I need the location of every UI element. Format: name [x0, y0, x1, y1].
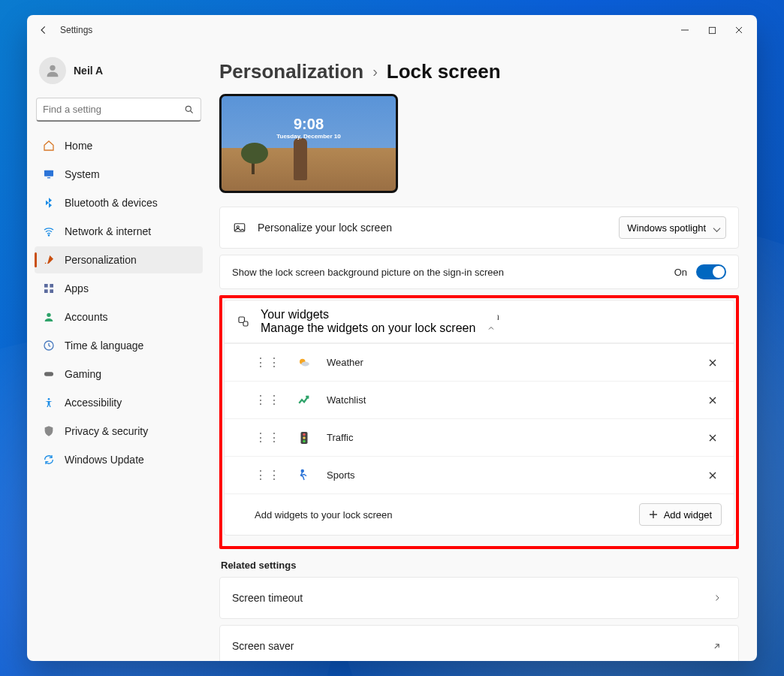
remove-widget-button[interactable] [704, 391, 722, 409]
drag-handle-icon[interactable]: ⋮⋮ [255, 430, 282, 445]
app-title: Settings [60, 25, 92, 35]
nav-network[interactable]: Network & internet [35, 218, 203, 245]
annotation-highlight: Your widgets Manage the widgets on your … [219, 295, 739, 549]
chevron-right-icon: › [372, 63, 378, 80]
clock-icon [42, 339, 56, 352]
chevron-right-icon [713, 593, 726, 602]
nav-home[interactable]: Home [35, 132, 203, 159]
row-text: Show the lock screen background picture … [232, 267, 504, 278]
minimize-button[interactable] [671, 20, 698, 41]
svg-point-19 [301, 361, 309, 366]
widget-name: Sports [327, 469, 355, 481]
nav-time-language[interactable]: Time & language [35, 332, 203, 359]
svg-point-1 [50, 65, 55, 71]
titlebar: Settings [27, 15, 757, 45]
home-icon [42, 139, 56, 152]
remove-widget-button[interactable] [704, 429, 722, 447]
preview-date: Tuesday, December 10 [222, 133, 396, 140]
screen-saver-card[interactable]: Screen saver [219, 625, 739, 661]
preview-clock: 9:08 Tuesday, December 10 [222, 116, 396, 140]
accessibility-icon [42, 396, 56, 409]
screen-timeout-card[interactable]: Screen timeout [219, 577, 739, 619]
svg-point-24 [301, 469, 303, 472]
lockscreen-mode-select[interactable]: Windows spotlight [619, 216, 726, 239]
personalize-lockscreen-card: Personalize your lock screen Windows spo… [219, 207, 739, 249]
breadcrumb-parent[interactable]: Personalization [219, 60, 363, 83]
maximize-button[interactable] [698, 20, 725, 41]
add-widget-button[interactable]: Add widget [639, 503, 722, 526]
widget-sports-row[interactable]: ⋮⋮ Sports [225, 456, 734, 493]
update-icon [42, 453, 56, 466]
widget-weather-row[interactable]: ⋮⋮ Weather [225, 343, 734, 381]
nav-privacy[interactable]: Privacy & security [35, 418, 203, 445]
row-title: Personalize your lock screen [258, 222, 392, 234]
stocks-icon [297, 393, 312, 408]
arrow-left-icon [38, 25, 49, 35]
breadcrumb-current: Lock screen [387, 60, 501, 83]
back-button[interactable] [32, 18, 56, 42]
nav-label: Apps [65, 282, 89, 294]
close-button[interactable] [725, 20, 752, 41]
remove-widget-button[interactable] [704, 354, 722, 372]
sports-icon [297, 468, 312, 483]
nav-apps[interactable]: Apps [35, 275, 203, 302]
nav-label: Network & internet [65, 225, 151, 237]
widget-name: Watchlist [327, 394, 366, 406]
close-icon [708, 433, 717, 442]
drag-handle-icon[interactable]: ⋮⋮ [255, 468, 282, 482]
svg-rect-3 [44, 171, 53, 177]
nav-label: Windows Update [65, 454, 144, 466]
search-icon [184, 104, 194, 115]
nav-accounts[interactable]: Accounts [35, 303, 203, 330]
user-block[interactable]: Neil A [32, 50, 206, 95]
weather-icon [297, 355, 312, 370]
drag-handle-icon[interactable]: ⋮⋮ [255, 355, 282, 370]
user-name: Neil A [74, 65, 103, 77]
svg-point-10 [47, 313, 50, 317]
search-box[interactable] [36, 98, 201, 122]
nav-accessibility[interactable]: Accessibility [35, 389, 203, 416]
close-icon [708, 358, 717, 367]
svg-point-21 [303, 433, 306, 436]
nav-windows-update[interactable]: Windows Update [35, 446, 203, 473]
svg-rect-4 [47, 177, 50, 178]
nav-label: Home [65, 140, 92, 152]
widgets-subtitle: Manage the widgets on your lock screen [261, 321, 475, 335]
drag-handle-icon[interactable]: ⋮⋮ [255, 393, 282, 407]
person-icon [44, 62, 61, 79]
nav-label: Accounts [65, 311, 108, 323]
preview-time: 9:08 [222, 116, 396, 133]
nav-label: Privacy & security [65, 425, 148, 437]
lockscreen-preview[interactable]: 9:08 Tuesday, December 10 [219, 94, 398, 193]
nav-gaming[interactable]: Gaming [35, 361, 203, 388]
widgets-card: Your widgets Manage the widgets on your … [224, 300, 734, 536]
svg-point-13 [48, 398, 50, 400]
row-title: Screen timeout [232, 592, 303, 604]
widgets-title: Your widgets [261, 308, 475, 321]
widget-traffic-row[interactable]: ⋮⋮ Traffic [225, 418, 734, 456]
chevron-up-icon[interactable] [486, 323, 496, 333]
widgets-icon [237, 315, 250, 328]
add-widget-row: Add widgets to your lock screen Add widg… [225, 493, 734, 535]
nav-bluetooth[interactable]: Bluetooth & devices [35, 189, 203, 216]
personalize-lockscreen-row[interactable]: Personalize your lock screen Windows spo… [220, 207, 738, 248]
settings-window: Settings Neil A Home System [27, 15, 757, 661]
signin-bg-toggle[interactable] [696, 264, 726, 279]
nav-system[interactable]: System [35, 161, 203, 188]
breadcrumb: Personalization › Lock screen [219, 60, 739, 83]
remove-widget-button[interactable] [704, 466, 722, 484]
sidebar: Neil A Home System Bluetooth & devices N… [27, 45, 210, 661]
nav-label: Bluetooth & devices [65, 197, 158, 209]
search-input[interactable] [43, 104, 184, 115]
svg-point-22 [303, 436, 306, 439]
nav-personalization[interactable]: Personalization [35, 246, 203, 273]
close-icon [734, 26, 743, 35]
maximize-icon [708, 26, 716, 35]
svg-rect-8 [44, 289, 48, 293]
content: Personalization › Lock screen 9:08 Tuesd… [210, 45, 757, 661]
related-heading: Related settings [221, 560, 739, 571]
widgets-header[interactable]: Your widgets Manage the widgets on your … [225, 300, 734, 343]
nav-label: Accessibility [65, 397, 122, 409]
widget-watchlist-row[interactable]: ⋮⋮ Watchlist [225, 381, 734, 418]
apps-icon [42, 282, 56, 295]
